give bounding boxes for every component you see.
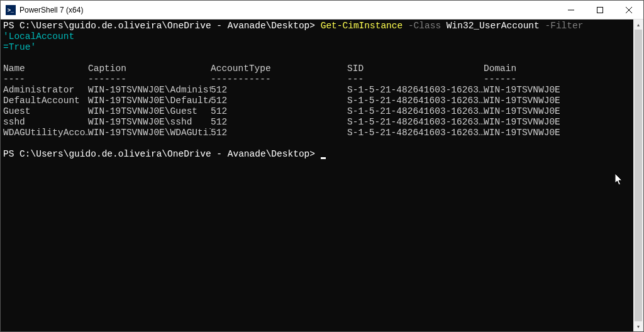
param-class: -Class [408, 21, 441, 31]
cmdlet: Get-CimInstance [321, 21, 403, 31]
col-domain: ------ [484, 74, 516, 85]
window-controls [557, 1, 643, 19]
maximize-icon [597, 7, 603, 13]
col-name: DefaultAccount [3, 96, 88, 106]
col-domain: WIN-19TSVNWJ0E [484, 96, 560, 106]
scrollbar[interactable]: ▴ ▾ [633, 19, 643, 331]
col-accounttype: AccountType [211, 64, 347, 74]
table-header: NameCaptionAccountTypeSIDDomain [3, 64, 631, 74]
col-domain: WIN-19TSVNWJ0E [484, 85, 560, 96]
close-icon [626, 7, 632, 13]
col-caption: Caption [88, 64, 211, 74]
col-accounttype: 512 [211, 117, 347, 128]
titlebar[interactable]: >_ PowerShell 7 (x64) [1, 1, 643, 19]
col-sid: S-1-5-21-482641603-16263… [347, 85, 484, 96]
cursor [321, 157, 326, 159]
col-caption: WIN-19TSVNWJ0E\WDAGUtili… [88, 128, 211, 138]
window-title: PowerShell 7 (x64) [19, 6, 83, 14]
terminal[interactable]: PS C:\Users\guido.de.oliveira\OneDrive -… [1, 19, 633, 331]
col-sid: S-1-5-21-482641603-16263… [347, 117, 484, 128]
table-row: GuestWIN-19TSVNWJ0E\Guest512S-1-5-21-482… [3, 106, 631, 117]
table-row: AdministratorWIN-19TSVNWJ0E\Administr…51… [3, 85, 631, 96]
col-accounttype: 512 [211, 96, 347, 106]
arg-class: Win32_UserAccount [447, 21, 540, 31]
minimize-icon [568, 7, 574, 13]
col-sid: S-1-5-21-482641603-16263… [347, 106, 484, 117]
minimize-button[interactable] [557, 1, 586, 19]
terminal-area: PS C:\Users\guido.de.oliveira\OneDrive -… [1, 19, 643, 331]
col-caption: WIN-19TSVNWJ0E\DefaultAc… [88, 96, 211, 106]
prompt-path: PS C:\Users\guido.de.oliveira\OneDrive -… [3, 149, 321, 159]
col-caption: WIN-19TSVNWJ0E\Administr… [88, 85, 211, 96]
col-sid: S-1-5-21-482641603-16263… [347, 96, 484, 106]
table-row: WDAGUtilityAcco…WIN-19TSVNWJ0E\WDAGUtili… [3, 128, 631, 138]
close-button[interactable] [614, 1, 643, 19]
col-domain: Domain [484, 64, 516, 74]
col-domain: WIN-19TSVNWJ0E [484, 117, 560, 128]
col-domain: WIN-19TSVNWJ0E [484, 106, 560, 117]
scroll-up-arrow[interactable]: ▴ [633, 19, 643, 30]
titlebar-left: >_ PowerShell 7 (x64) [1, 5, 83, 15]
svg-rect-1 [597, 7, 603, 13]
col-caption: ------- [88, 74, 211, 85]
maximize-button[interactable] [586, 1, 614, 19]
scroll-thumb[interactable] [635, 30, 642, 321]
col-sid: S-1-5-21-482641603-16263… [347, 128, 484, 138]
col-sid: --- [347, 74, 484, 85]
powershell-icon: >_ [6, 5, 16, 15]
param-filter: -Filter [545, 21, 583, 31]
col-caption: WIN-19TSVNWJ0E\sshd [88, 117, 211, 128]
col-domain: WIN-19TSVNWJ0E [484, 128, 560, 138]
col-name: WDAGUtilityAcco… [3, 128, 88, 138]
scroll-down-arrow[interactable]: ▾ [633, 321, 643, 331]
col-accounttype: 512 [211, 85, 347, 96]
prompt-line: PS C:\Users\guido.de.oliveira\OneDrive -… [3, 149, 631, 160]
col-name: sshd [3, 117, 88, 128]
arg-filter-part2: =True' [3, 42, 36, 52]
col-name: Name [3, 64, 88, 74]
table-row: sshdWIN-19TSVNWJ0E\sshd512S-1-5-21-48264… [3, 117, 631, 128]
table-underline: ------------------------------- [3, 74, 631, 85]
table-row: DefaultAccountWIN-19TSVNWJ0E\DefaultAc…5… [3, 96, 631, 106]
col-accounttype: 512 [211, 106, 347, 117]
col-accounttype: ----------- [211, 74, 347, 85]
scroll-track[interactable] [633, 30, 643, 321]
col-caption: WIN-19TSVNWJ0E\Guest [88, 106, 211, 117]
arg-filter-part1: 'LocalAccount [3, 31, 74, 42]
command-line-wrap: =True' [3, 42, 631, 53]
command-line: PS C:\Users\guido.de.oliveira\OneDrive -… [3, 21, 631, 42]
col-name: Guest [3, 106, 88, 117]
col-accounttype: 512 [211, 128, 347, 138]
powershell-window: >_ PowerShell 7 (x64) PS C:\Users\guido.… [0, 0, 644, 332]
col-sid: SID [347, 64, 484, 74]
col-name: ---- [3, 74, 88, 85]
prompt-path: PS C:\Users\guido.de.oliveira\OneDrive -… [3, 21, 321, 31]
col-name: Administrator [3, 85, 88, 96]
